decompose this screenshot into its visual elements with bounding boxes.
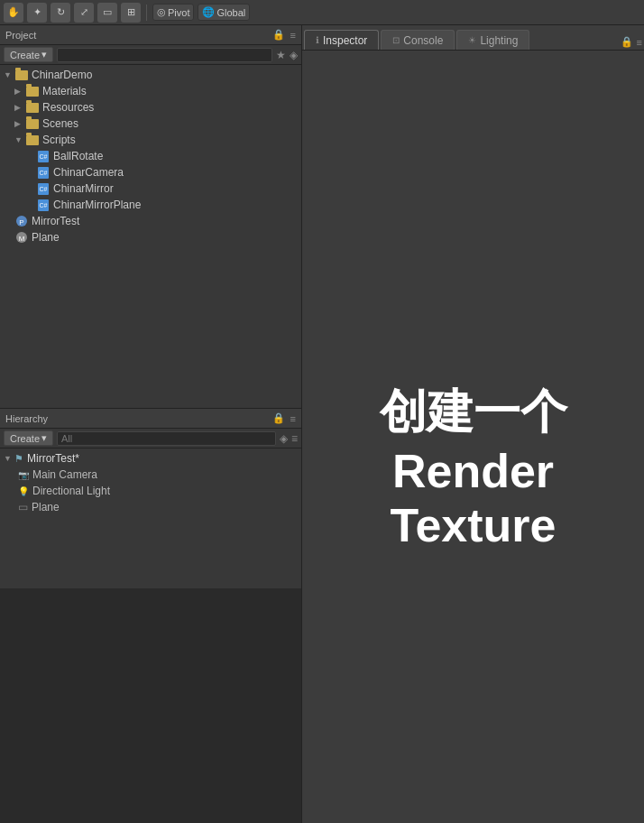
svg-text:P: P [19, 218, 23, 227]
dropdown-arrow: ▾ [41, 49, 47, 60]
tab-inspector[interactable]: ℹ Inspector [304, 30, 379, 50]
list-item[interactable]: C# ChinarMirror [0, 180, 301, 197]
transform-tool[interactable]: ⊞ [121, 3, 141, 23]
inspector-tab-label: Inspector [323, 34, 367, 47]
scale-tool[interactable]: ⤢ [74, 3, 94, 23]
right-content: 创建一个Render Texture [302, 51, 644, 823]
item-label: Plane [32, 231, 60, 244]
item-label: Plane [32, 501, 60, 513]
list-item[interactable]: ▼ Scripts [0, 132, 301, 148]
script-icon: C# [36, 182, 51, 195]
pivot-label: Pivot [168, 7, 189, 18]
favorites-icon[interactable]: ★ [276, 49, 286, 61]
global-group[interactable]: 🌐 Global [198, 4, 250, 21]
global-label: Global [216, 7, 245, 18]
list-item[interactable]: P MirrorTest [0, 213, 301, 229]
expand-arrow: ▼ [4, 454, 14, 463]
lock-tab-icon[interactable]: 🔒 [621, 36, 633, 48]
expand-arrow: ▶ [14, 103, 25, 112]
item-label: MirrorTest [32, 215, 79, 227]
console-tab-icon: ⊡ [392, 35, 400, 45]
lock-icon[interactable]: 🔒 [272, 29, 285, 41]
project-content: ▼ ChinarDemo ▶ Materials [0, 65, 301, 408]
lighting-tab-icon: ☀ [468, 35, 476, 45]
rect-tool[interactable]: ▭ [97, 3, 117, 23]
item-label: BallRotate [53, 150, 103, 162]
scene-name: MirrorTest* [27, 452, 79, 465]
filter-icon[interactable]: ◈ [280, 432, 288, 445]
main-instruction-text: 创建一个Render Texture [302, 381, 644, 552]
move-tool[interactable]: ✦ [27, 3, 47, 23]
item-label: ChinarMirrorPlane [53, 199, 141, 211]
camera-icon: 📷 [18, 470, 29, 480]
list-item[interactable]: ▶ Scenes [0, 116, 301, 132]
item-label: Resources [42, 101, 94, 114]
create-label: Create [10, 433, 40, 444]
item-label: Main Camera [32, 468, 97, 481]
mesh-icon: M [14, 231, 29, 244]
console-tab-label: Console [403, 34, 443, 47]
menu-icon[interactable]: ≡ [290, 30, 296, 41]
script-icon: C# [36, 150, 51, 162]
list-item[interactable]: ▶ Materials [0, 83, 301, 99]
item-label: ChinarDemo [32, 69, 92, 81]
left-bottom-area [0, 588, 301, 823]
item-label: ChinarMirror [53, 182, 114, 195]
tab-lighting[interactable]: ☀ Lighting [456, 30, 529, 50]
hand-tool[interactable]: ✋ [4, 3, 23, 23]
rotate-tool[interactable]: ↻ [51, 3, 70, 23]
hierarchy-search-input[interactable] [57, 431, 276, 446]
script-icon: C# [36, 166, 51, 179]
list-item[interactable]: M Plane [0, 229, 301, 245]
list-item[interactable]: C# ChinarMirrorPlane [0, 197, 301, 213]
hierarchy-panel-title: Hierarchy [5, 413, 48, 424]
pivot-group[interactable]: ◎ Pivot [152, 4, 194, 21]
expand-arrow: ▶ [14, 87, 25, 96]
light-icon: 💡 [18, 486, 29, 496]
dropdown-arrow: ▾ [41, 432, 47, 444]
list-item[interactable]: C# ChinarCamera [0, 164, 301, 180]
menu-icon2[interactable]: ≡ [291, 432, 298, 445]
mesh-icon: ▭ [18, 501, 28, 513]
list-item[interactable]: ▭ Plane [0, 499, 301, 515]
pivot-icon: ◎ [157, 6, 166, 18]
hierarchy-panel: Hierarchy 🔒 ≡ Create ▾ ◈ ≡ ▼ ⚑ Mir [0, 408, 301, 588]
global-icon: 🌐 [202, 6, 215, 18]
project-toolbar: Create ▾ ★ ◈ [0, 45, 301, 65]
tab-menu-icon[interactable]: ≡ [637, 37, 642, 48]
list-item[interactable]: 📷 Main Camera [0, 467, 301, 483]
list-item[interactable]: C# BallRotate [0, 148, 301, 164]
create-button[interactable]: Create ▾ [4, 47, 53, 62]
item-label: Scenes [42, 117, 78, 130]
list-item[interactable]: ▶ Resources [0, 99, 301, 116]
right-panel: ℹ Inspector ⊡ Console ☀ Lighting 🔒 ≡ 创建一… [302, 25, 644, 823]
tab-controls: 🔒 ≡ [621, 36, 642, 50]
expand-arrow: ▶ [14, 119, 25, 128]
project-panel: Project 🔒 ≡ Create ▾ ★ ◈ ▼ [0, 25, 301, 408]
menu-icon[interactable]: ≡ [290, 413, 296, 424]
expand-arrow: ▼ [4, 70, 14, 79]
main-layout: Project 🔒 ≡ Create ▾ ★ ◈ ▼ [0, 25, 644, 823]
item-label: ChinarCamera [53, 166, 124, 179]
lock-icon[interactable]: 🔒 [272, 412, 285, 424]
filter-icon[interactable]: ◈ [290, 49, 298, 61]
folder-icon [25, 85, 40, 97]
hierarchy-toolbar: Create ▾ ◈ ≡ [0, 429, 301, 448]
list-item[interactable]: ▼ ChinarDemo [0, 67, 301, 83]
folder-icon [14, 69, 29, 81]
list-item[interactable]: 💡 Directional Light [0, 483, 301, 499]
inspector-tab-icon: ℹ [316, 35, 319, 45]
tab-bar: ℹ Inspector ⊡ Console ☀ Lighting 🔒 ≡ [302, 25, 644, 51]
project-panel-header: Project 🔒 ≡ [0, 25, 301, 45]
svg-text:M: M [19, 235, 25, 243]
expand-arrow: ▼ [14, 135, 25, 144]
project-search-input[interactable] [57, 48, 272, 62]
hierarchy-content: ▼ ⚑ MirrorTest* 📷 Main Camera 💡 Directio… [0, 448, 301, 588]
folder-icon [25, 101, 40, 114]
hierarchy-create-button[interactable]: Create ▾ [4, 430, 53, 446]
list-item[interactable]: ▼ ⚑ MirrorTest* [0, 450, 301, 467]
item-label: Directional Light [32, 485, 110, 497]
divider-1 [146, 5, 147, 21]
tab-console[interactable]: ⊡ Console [381, 30, 455, 50]
create-label: Create [10, 50, 40, 60]
